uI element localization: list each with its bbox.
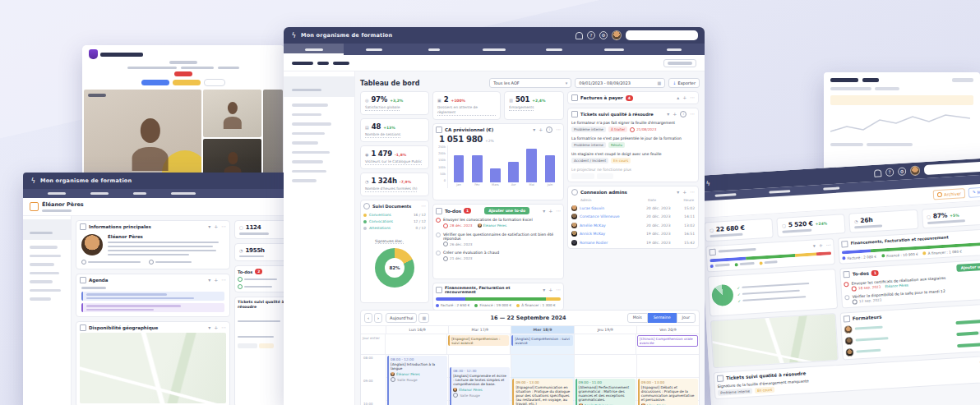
day-header-today[interactable]: Mer 18/9	[511, 326, 574, 334]
nav-item-placeholder[interactable]	[769, 190, 790, 194]
sidebar-item[interactable]	[292, 104, 328, 107]
day-column-today[interactable]: 09:00 - 13:00 [Espagnol] Communication e…	[511, 355, 574, 405]
allday-event[interactable]: [Anglais] Compréhension : suivi avancé	[511, 335, 572, 346]
chevron-icon[interactable]: ▾	[208, 325, 210, 330]
chevron-up-icon[interactable]: ▴	[677, 95, 679, 100]
user-avatar[interactable]	[612, 30, 622, 40]
search-input[interactable]	[626, 30, 698, 40]
add-todo-button[interactable]: Ajouter une to-do	[956, 261, 980, 271]
calendar-today-button[interactable]: Aujourd'hui	[386, 313, 417, 323]
sidebar-item[interactable]	[292, 170, 326, 173]
more-icon[interactable]: ···	[556, 209, 561, 214]
day-column[interactable]: 09:00 - 13:00 [Espagnol] Débats et discu…	[637, 355, 699, 405]
nav-item-placeholder[interactable]	[48, 192, 66, 195]
sidebar-item-active[interactable]	[23, 219, 71, 240]
join-button-placeholder[interactable]	[141, 80, 169, 85]
plus-icon[interactable]: +	[214, 278, 218, 283]
todo-assignee[interactable]: Éléanor Pères	[483, 223, 507, 228]
plus-icon[interactable]: +	[682, 95, 686, 100]
allday-event[interactable]: [Chinois] Compréhension orale avancée	[637, 335, 698, 347]
help-icon[interactable]: ?	[587, 31, 595, 39]
nav-item-placeholder[interactable]	[823, 186, 839, 190]
todo-checkbox[interactable]	[238, 277, 243, 282]
more-icon[interactable]: ···	[690, 95, 695, 100]
calendar-prev-button[interactable]: ‹	[364, 313, 372, 323]
event-person[interactable]: Éléanor Pères	[459, 388, 483, 392]
day-column[interactable]: 08:00 - 12:00 [Anglais] Introduction à l…	[386, 355, 449, 405]
calendar-event[interactable]: 08:30 - 12:30 [Anglais] Comprendre et éc…	[450, 367, 510, 405]
plus-icon[interactable]: +	[214, 224, 218, 229]
plus-icon[interactable]: +	[539, 127, 543, 132]
nav-item-placeholder[interactable]	[90, 192, 109, 195]
sidebar-item[interactable]	[292, 132, 325, 136]
notifications-icon[interactable]	[874, 169, 882, 177]
doc-type-link[interactable]: Attestations	[369, 226, 391, 230]
chevron-icon[interactable]: ▾	[533, 127, 535, 132]
more-icon[interactable]: ···	[556, 127, 561, 132]
todo-checkbox[interactable]	[436, 232, 441, 237]
more-icon[interactable]: ···	[421, 204, 426, 209]
calendar-event[interactable]: 09:00 - 13:00 [Espagnol] Communication e…	[512, 379, 572, 405]
more-icon[interactable]: ···	[221, 325, 226, 330]
day-column[interactable]: 08:30 - 12:30 [Anglais] Comprendre et éc…	[449, 355, 511, 405]
info-icon[interactable]: i	[680, 111, 686, 117]
nav-item-placeholder[interactable]	[133, 192, 146, 195]
plus-icon[interactable]: +	[214, 325, 218, 330]
admin-row[interactable]: Romane Rodier 19 déc. 2023 15:42	[571, 240, 695, 246]
sidebar-item[interactable]	[292, 122, 331, 126]
admin-name[interactable]: Annick McKay	[580, 232, 644, 236]
sidebar-item[interactable]	[30, 255, 61, 258]
more-button-placeholder[interactable]	[204, 79, 225, 86]
day-header[interactable]: Ven 20/9	[637, 326, 699, 334]
admin-row[interactable]: Constance Villeneuve 20 déc. 2023 14:11	[571, 214, 695, 219]
more-icon[interactable]: ···	[221, 224, 226, 229]
sidebar-item[interactable]	[30, 246, 58, 249]
export-button[interactable]: ↓Exporter	[668, 78, 700, 88]
plus-icon[interactable]: +	[673, 112, 677, 117]
search-input[interactable]	[924, 161, 980, 175]
todo-checkbox[interactable]	[238, 284, 243, 289]
sidebar-item[interactable]	[30, 297, 51, 301]
chevron-icon[interactable]: ▾	[543, 288, 545, 292]
sidebar-item[interactable]	[30, 263, 54, 266]
calendar-next-button[interactable]: ›	[374, 313, 382, 323]
calendar-event[interactable]: 09:00 - 11:00 [Allemand] Perfectionnemen…	[576, 379, 636, 405]
doc-type-link[interactable]: Convocations	[369, 219, 393, 223]
day-header[interactable]: Lun 16/9	[386, 326, 449, 334]
notifications-icon[interactable]	[576, 32, 583, 39]
nav-item-placeholder[interactable]	[714, 193, 736, 197]
day-header[interactable]: Jeu 19/9	[575, 326, 637, 334]
add-todo-button[interactable]: Ajouter une to-do	[484, 207, 529, 214]
aof-select[interactable]: Tous les AOF▾	[489, 78, 571, 88]
sidebar-item[interactable]	[292, 151, 330, 154]
allday-event[interactable]: [Espagnol] Compréhension : suivi avancé	[448, 335, 509, 346]
nav-tab[interactable]	[404, 44, 464, 55]
nav-item-placeholder[interactable]	[171, 192, 196, 195]
chevron-icon[interactable]: ▾	[543, 209, 545, 214]
archive-button[interactable]: Archiver	[933, 188, 965, 200]
agenda-event[interactable]	[81, 292, 224, 301]
sidebar-item-active[interactable]	[284, 76, 354, 97]
admin-name[interactable]: Constance Villeneuve	[580, 214, 644, 219]
sidebar-item[interactable]	[292, 141, 318, 145]
sidebar-item[interactable]	[30, 280, 53, 283]
header-action-placeholder[interactable]	[663, 59, 696, 67]
admin-row[interactable]: Annick McKay 19 déc. 2023 16:51	[571, 231, 695, 237]
todo-assignee[interactable]: Éléanor Pères	[885, 283, 908, 289]
doc-type-link[interactable]: Conventions	[369, 213, 391, 217]
todo-checkbox[interactable]	[436, 251, 441, 255]
day-column[interactable]: 09:00 - 11:00 [Allemand] Perfectionnemen…	[575, 355, 637, 405]
view-semaine-button[interactable]: Semaine	[648, 313, 677, 323]
geo-map[interactable]	[80, 333, 226, 403]
chevron-icon[interactable]: ▾	[208, 224, 210, 229]
calendar-picker-button[interactable]: ▦	[418, 313, 429, 323]
more-icon[interactable]: ···	[690, 112, 695, 117]
nav-tab[interactable]	[525, 44, 585, 55]
todo-checkbox[interactable]	[436, 218, 441, 223]
view-jour-button[interactable]: Jour	[677, 313, 696, 323]
nav-tab[interactable]	[645, 44, 705, 55]
admin-row[interactable]: Amélie McKay 20 déc. 2023 13:02	[571, 223, 695, 228]
sidebar-item[interactable]	[292, 179, 317, 182]
todo-checkbox[interactable]	[844, 281, 848, 286]
session-map[interactable]	[710, 313, 839, 368]
